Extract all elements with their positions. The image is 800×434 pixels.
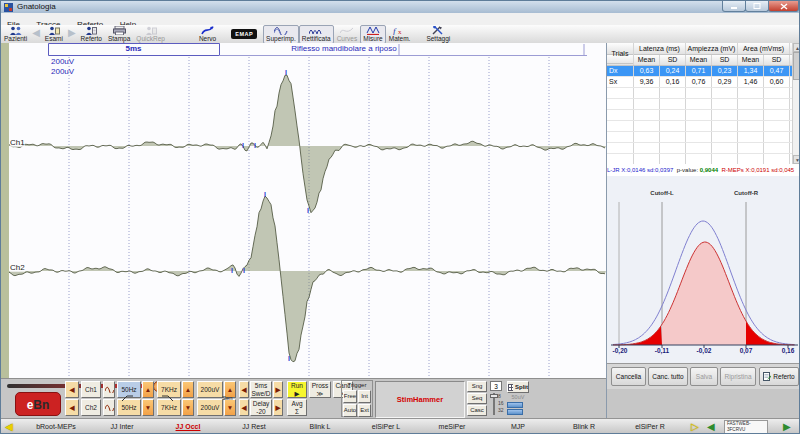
- split-up-button[interactable]: [507, 402, 523, 408]
- speaker-ch1-button[interactable]: ◀: [65, 381, 79, 398]
- trigger-free-button[interactable]: Free: [343, 390, 357, 403]
- cutoff-left-label: Cutoff-L: [642, 190, 682, 196]
- tab-elsiper-r[interactable]: elSiPer R: [617, 419, 683, 434]
- tab-blink-r[interactable]: Blink R: [551, 419, 617, 434]
- prev-test-button[interactable]: ◀: [5, 420, 13, 434]
- maximize-button[interactable]: [745, 1, 769, 12]
- left-arrow-icon: ◀: [242, 386, 247, 393]
- left-arrow-icon: ◀: [242, 404, 247, 411]
- tab-mjp[interactable]: MJP: [485, 419, 551, 434]
- scroll-tests-right-button[interactable]: ▶: [783, 420, 791, 434]
- ch2-button[interactable]: Ch2: [81, 399, 101, 416]
- tab-jj-inter[interactable]: JJ Inter: [89, 419, 155, 434]
- matem-button[interactable]: fx Matem.: [386, 25, 414, 43]
- esami-button[interactable]: Esami: [42, 25, 66, 43]
- col-latenza: Latenza (ms): [634, 43, 686, 54]
- single-mode-button[interactable]: Sng: [467, 381, 487, 392]
- trigger-ext-button[interactable]: Ext: [358, 404, 371, 417]
- up-arrow-icon: ▲: [227, 386, 233, 393]
- cancella-button[interactable]: Cancella: [611, 367, 646, 386]
- sequence-mode-button[interactable]: Seq: [467, 393, 487, 404]
- tab-jj-rest[interactable]: JJ Rest: [221, 419, 287, 434]
- tab-elsiper-l[interactable]: elSiPer L: [353, 419, 419, 434]
- speaker-ch2-button[interactable]: ◀: [65, 399, 79, 416]
- cursor-marker[interactable]: I: [243, 267, 245, 274]
- emap-button[interactable]: EMAP: [231, 25, 257, 39]
- split-down-button[interactable]: [507, 409, 523, 415]
- delay-display: Delay-20: [250, 399, 272, 416]
- stim-count-value[interactable]: 3: [490, 381, 502, 391]
- settaggi-button[interactable]: Settaggi: [423, 25, 453, 43]
- cursor-marker[interactable]: I: [242, 142, 244, 149]
- table-scrollbar[interactable]: ▲ ▼: [792, 43, 800, 164]
- cursor-marker[interactable]: I: [307, 207, 309, 214]
- cursor-marker[interactable]: I: [231, 267, 233, 274]
- pross-button[interactable]: Pross≫: [309, 381, 331, 398]
- chevron-right-icon: ▶: [68, 27, 76, 38]
- count-tick: 8: [498, 393, 501, 399]
- trace-style-ch2-button[interactable]: [103, 399, 115, 416]
- curves-icon: [340, 26, 354, 35]
- avg-button[interactable]: AvgΣ: [287, 399, 307, 416]
- cursor-marker[interactable]: I: [264, 191, 266, 198]
- tab-blink-l[interactable]: Blink L: [287, 419, 353, 434]
- prev-exam-button[interactable]: ◀: [30, 25, 42, 40]
- tab-broot-meps[interactable]: bRoot-MEPs: [23, 419, 89, 434]
- misure-button[interactable]: Misure: [360, 25, 386, 44]
- next-test-outline-button[interactable]: ▷: [691, 420, 699, 434]
- minimize-button[interactable]: [722, 1, 746, 12]
- referto-button[interactable]: Referto: [78, 25, 105, 43]
- sens-down-button[interactable]: ▼: [224, 399, 236, 416]
- stampa-button[interactable]: Stampa: [105, 25, 133, 43]
- sweep-left-button[interactable]: ◀: [239, 381, 249, 398]
- referto-quick-button[interactable]: Referto: [759, 367, 799, 386]
- split-button[interactable]: Split: [507, 381, 529, 393]
- delay-right-button[interactable]: ▶: [273, 399, 283, 416]
- curves-label: Curves: [337, 35, 358, 42]
- nervo-button[interactable]: Nervo: [196, 25, 219, 43]
- table-row-sx[interactable]: Sx 9,36 0,16 0,76 0,29 1,46 0,60: [607, 77, 800, 88]
- split-sens-label: 50uV: [507, 394, 529, 401]
- cursor-marker[interactable]: I: [288, 355, 290, 362]
- scroll-tests-left-button[interactable]: ◀: [707, 420, 715, 434]
- cascade-mode-button[interactable]: Casc: [467, 405, 487, 416]
- tab-mesiper[interactable]: meSiPer: [419, 419, 485, 434]
- scroll-thumb[interactable]: [793, 52, 800, 80]
- x-tick: -0,20: [606, 347, 634, 354]
- next-exam-button[interactable]: ▶: [66, 25, 78, 40]
- trace-style-ch1-button[interactable]: [103, 381, 115, 398]
- ch1-button[interactable]: Ch1: [81, 381, 101, 398]
- highfreq-down-button[interactable]: ▼: [182, 399, 194, 416]
- results-table: Trials Latenza (ms) Ampiezza (mV) Area (…: [607, 43, 800, 164]
- split-layout-icon: [508, 384, 513, 391]
- trigger-int-button[interactable]: Int: [358, 390, 371, 403]
- trigger-auto-button[interactable]: Auto: [343, 404, 357, 417]
- superimp-button[interactable]: Superimp.: [263, 25, 299, 44]
- sens-ch1-button[interactable]: 200uV: [197, 381, 223, 398]
- ebn-logo: eBn: [15, 392, 61, 416]
- x-tick: 0,16: [774, 347, 800, 354]
- scroll-down-icon[interactable]: ▼: [793, 155, 800, 164]
- table-row-dx[interactable]: Dx 0,63 0,24 0,71 0,23 1,34 0,47: [607, 66, 800, 77]
- canc-tutto-button[interactable]: Canc. tutto: [648, 367, 688, 386]
- run-button[interactable]: Run▶: [287, 381, 307, 398]
- rettificata-button[interactable]: Rettificata: [299, 25, 334, 44]
- network-status: FASTWEB-3FCRVU Accesso a Internet: [724, 420, 768, 434]
- lowfreq-up-button[interactable]: ▲: [142, 381, 154, 398]
- sweep-right-button[interactable]: ▶: [273, 381, 283, 398]
- sens-ch2-button[interactable]: 200uV: [197, 399, 223, 416]
- table-row-empty: [607, 132, 800, 143]
- squiggle-icon: [105, 404, 114, 411]
- pazienti-button[interactable]: Pazienti: [1, 25, 30, 43]
- cursor-marker[interactable]: I: [254, 142, 256, 149]
- scroll-up-icon[interactable]: ▲: [793, 43, 800, 52]
- misure-label: Misure: [363, 35, 383, 42]
- count-slider-knob[interactable]: [490, 394, 498, 398]
- highfreq-up-button[interactable]: ▲: [182, 381, 194, 398]
- delay-left-button[interactable]: ◀: [239, 399, 249, 416]
- tab-jj-occl[interactable]: JJ Occl: [155, 419, 221, 434]
- lowfreq-down-button[interactable]: ▼: [142, 399, 154, 416]
- report-edit-icon: [763, 372, 771, 381]
- cursor-marker[interactable]: I: [285, 69, 287, 76]
- close-button[interactable]: [768, 1, 799, 12]
